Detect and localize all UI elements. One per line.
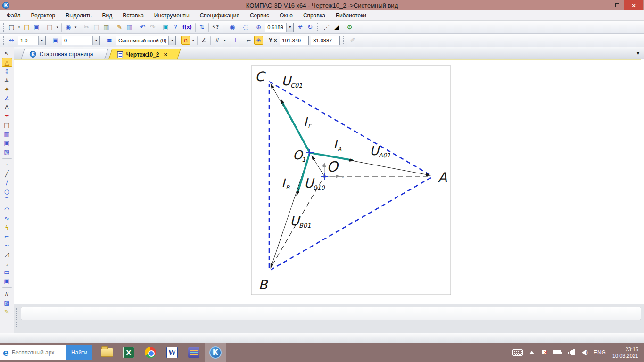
network-signal-icon[interactable] bbox=[568, 349, 575, 355]
message-bar[interactable] bbox=[21, 307, 641, 320]
copies-combo[interactable]: 0 ▼ bbox=[62, 36, 100, 45]
tab-close-icon[interactable]: × bbox=[164, 51, 168, 58]
rebuild-button[interactable]: # bbox=[296, 23, 305, 32]
panel-measurement[interactable]: A bbox=[2, 103, 12, 112]
panel-insert[interactable]: ▣ bbox=[2, 139, 12, 148]
exchange-order-button[interactable]: ⇅ bbox=[198, 23, 206, 32]
menu-item[interactable]: Библиотеки bbox=[336, 12, 366, 19]
print-button[interactable]: ▤ bbox=[45, 23, 54, 32]
grid-caret[interactable]: ▾ bbox=[223, 36, 227, 45]
tool-arc[interactable]: ⌒ bbox=[2, 196, 12, 205]
tool-aux-line[interactable]: ╱ bbox=[2, 169, 12, 178]
battery-icon[interactable] bbox=[553, 350, 561, 354]
library-settings-button[interactable]: ⚙ bbox=[345, 23, 354, 32]
zoom-page-button[interactable]: ◉ bbox=[228, 23, 237, 32]
zoom-in-button[interactable]: ⊕ bbox=[254, 23, 263, 32]
zoom-scale-combo[interactable]: 0.6189 ▼ bbox=[265, 23, 294, 32]
variables-button[interactable]: ? bbox=[171, 23, 180, 32]
copy-button[interactable]: ▤ bbox=[92, 23, 101, 32]
new-document-caret[interactable]: ▾ bbox=[17, 23, 21, 32]
tool-fillet[interactable]: ◞ bbox=[2, 259, 12, 268]
current-step-caret-icon[interactable]: ▼ bbox=[38, 36, 45, 45]
touch-keyboard-icon[interactable] bbox=[512, 349, 523, 356]
tab-drawing[interactable]: Чертеж10_2 × bbox=[108, 49, 181, 59]
tool-rectangle[interactable]: ▭ bbox=[2, 268, 12, 277]
local-axes-button[interactable]: ⊥ bbox=[231, 36, 240, 45]
panel-parametrization[interactable]: ∠ bbox=[2, 94, 12, 103]
panel-geometry[interactable]: △ bbox=[2, 58, 12, 67]
current-step-icon[interactable]: ↔ bbox=[7, 36, 16, 45]
refresh-view-button[interactable]: ↻ bbox=[305, 23, 314, 32]
current-step-combo[interactable]: 1.0 ▼ bbox=[18, 36, 46, 45]
tool-chamfer[interactable]: ◿ bbox=[2, 250, 12, 259]
copies-caret-icon[interactable]: ▼ bbox=[92, 36, 99, 45]
menu-item[interactable]: Редактор bbox=[31, 12, 56, 19]
panel-3d[interactable]: ▧ bbox=[2, 148, 12, 156]
hidden-icons-chevron[interactable] bbox=[529, 351, 534, 354]
tool-ellipse[interactable]: ◠ bbox=[2, 205, 12, 214]
undo-button[interactable]: ↶ bbox=[138, 23, 147, 32]
cursor-y-field[interactable]: 31.0887 bbox=[311, 36, 340, 45]
search-button[interactable]: Найти bbox=[66, 345, 92, 360]
cursor-x-field[interactable]: 191.349 bbox=[280, 36, 309, 45]
points-line-button[interactable]: ⋰ bbox=[322, 23, 331, 32]
taskbar-chrome[interactable] bbox=[140, 343, 161, 362]
zoom-scale-caret-icon[interactable]: ▼ bbox=[286, 23, 293, 32]
coordinates-icon[interactable]: Y x bbox=[267, 36, 278, 45]
panel-selection[interactable]: ± bbox=[2, 112, 12, 121]
open-document-button[interactable]: ▤ bbox=[22, 23, 31, 32]
zoom-selection-button[interactable]: ◌ bbox=[241, 23, 250, 32]
clock[interactable]: 23:15 10.03.2021 bbox=[612, 346, 638, 359]
orientation-button[interactable]: ◢ bbox=[332, 23, 341, 32]
new-document-button[interactable]: ▢ bbox=[7, 23, 16, 32]
properties-button[interactable]: ▦ bbox=[125, 23, 134, 32]
menu-item[interactable]: Спецификация bbox=[200, 12, 239, 19]
tool-hatch-lines[interactable]: // bbox=[2, 289, 12, 298]
layers-icon[interactable]: ≡ bbox=[105, 36, 114, 45]
toolbar-grip-2[interactable] bbox=[3, 36, 5, 45]
panel-dimensions[interactable]: ↕ bbox=[2, 67, 12, 76]
tool-continuous-input[interactable]: ⌐ bbox=[2, 232, 12, 241]
tool-bezier[interactable]: ~ bbox=[2, 241, 12, 250]
panel-reports[interactable]: ▥ bbox=[2, 130, 12, 139]
document-manager-button[interactable]: ▣ bbox=[161, 23, 170, 32]
ortho-mode-button[interactable]: ⌐ bbox=[244, 36, 253, 45]
restore-button[interactable] bbox=[610, 0, 624, 10]
tool-pointer[interactable]: ↖ bbox=[2, 49, 12, 58]
print-caret[interactable]: ▾ bbox=[55, 23, 59, 32]
panel-designations[interactable]: # bbox=[2, 76, 12, 85]
tool-style-spray[interactable]: ✎ bbox=[2, 307, 12, 316]
toolbar-grip[interactable] bbox=[3, 23, 5, 32]
layer-caret-icon[interactable]: ▼ bbox=[168, 36, 175, 45]
grid-toggle[interactable]: # bbox=[213, 36, 222, 45]
paste-button[interactable]: ▥ bbox=[102, 23, 111, 32]
volume-icon[interactable] bbox=[582, 350, 586, 355]
menu-item[interactable]: Выделить bbox=[66, 12, 91, 19]
tool-polyline[interactable]: ϟ bbox=[2, 223, 12, 232]
tool-spline[interactable]: ∿ bbox=[2, 214, 12, 223]
taskbar-kompas-active[interactable]: К bbox=[205, 343, 226, 362]
panel-specification[interactable]: ▤ bbox=[2, 121, 12, 130]
redo-button[interactable]: ↷ bbox=[148, 23, 157, 32]
save-button[interactable]: ▣ bbox=[32, 23, 41, 32]
menu-item[interactable]: Инструменты bbox=[154, 12, 190, 19]
copies-icon[interactable]: ▣ bbox=[51, 36, 60, 45]
print-preview-caret[interactable]: ▾ bbox=[74, 23, 78, 32]
fx-button[interactable]: f(x) bbox=[181, 23, 193, 32]
menu-item[interactable]: Справка bbox=[303, 12, 325, 19]
tool-point[interactable]: · bbox=[2, 160, 12, 169]
cut-button[interactable]: ✂ bbox=[82, 23, 91, 32]
taskbar-word[interactable]: W bbox=[161, 343, 183, 362]
context-help-button[interactable]: ↖? bbox=[211, 23, 220, 32]
tool-collect-contour[interactable]: ▣ bbox=[2, 277, 12, 286]
taskbar-file-explorer[interactable] bbox=[96, 343, 118, 362]
magnet-caret[interactable]: ▾ bbox=[191, 36, 195, 45]
layer-combo[interactable]: Системный слой (0) ▼ bbox=[116, 36, 176, 45]
tool-circle[interactable]: ○ bbox=[2, 187, 12, 196]
action-center-flag-icon[interactable] bbox=[541, 350, 546, 354]
panel-editing[interactable]: ✦ bbox=[2, 85, 12, 94]
search-input[interactable]: Бесплатный арх... bbox=[12, 349, 66, 356]
angle-snap-button[interactable]: ∠ bbox=[199, 36, 208, 45]
taskbar-search[interactable]: e Бесплатный арх... Найти bbox=[0, 345, 92, 360]
menu-item[interactable]: Файл bbox=[7, 12, 21, 19]
